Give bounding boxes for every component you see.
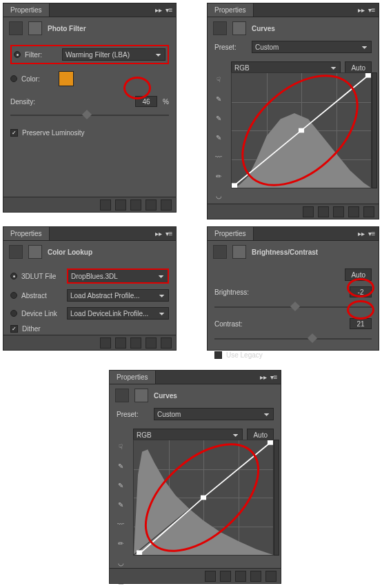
adjustment-icon [213, 21, 227, 35]
collapse-icon[interactable]: ▸▸ [357, 230, 365, 238]
devicelink-dropdown[interactable]: Load DeviceLink Profile...⏷ [67, 307, 169, 320]
preset-label: Preset: [117, 411, 150, 418]
curve-scrollbar[interactable] [372, 72, 377, 188]
curves-panel-1: Properties ▸▸▾≡ Curves Preset: Custom⏷ R… [207, 3, 379, 219]
clip-icon[interactable] [100, 337, 111, 349]
gray-point-icon[interactable]: ✎ [114, 478, 128, 492]
smooth-icon[interactable]: ◡ [212, 188, 225, 202]
density-slider[interactable] [10, 111, 169, 119]
panel-footer [3, 335, 176, 350]
dither-checkbox[interactable]: ✓ [10, 325, 18, 333]
filter-dropdown[interactable]: Warming Filter (LBA)⏷ [62, 48, 165, 61]
reset-icon[interactable] [235, 571, 246, 582]
panel-footer [208, 204, 379, 219]
auto-button[interactable]: Auto [345, 268, 372, 281]
curve-tool-icon[interactable]: 〰 [212, 150, 225, 164]
visibility-icon[interactable] [250, 571, 261, 582]
view-previous-icon[interactable] [220, 571, 231, 582]
collapse-icon[interactable]: ▸▸ [154, 230, 163, 238]
clip-icon[interactable] [100, 199, 111, 210]
mask-icon[interactable] [232, 21, 246, 35]
percent-label: % [163, 98, 169, 106]
curve-scrollbar[interactable] [274, 440, 279, 556]
black-point-icon[interactable]: ✎ [114, 498, 128, 511]
3dlut-dropdown[interactable]: DropBlues.3DL⏷ [67, 268, 169, 284]
view-previous-icon[interactable] [318, 206, 329, 217]
svg-rect-3 [365, 73, 371, 78]
use-legacy-checkbox[interactable] [214, 351, 222, 359]
trash-icon[interactable] [265, 571, 277, 582]
black-point-icon[interactable]: ✎ [212, 130, 225, 144]
panel-title: Brightness/Contrast [252, 248, 318, 256]
abstract-dropdown[interactable]: Load Abstract Profile...⏷ [67, 289, 169, 302]
flyout-menu-icon[interactable]: ▾≡ [270, 373, 278, 382]
collapse-icon[interactable]: ▸▸ [357, 6, 365, 14]
abstract-radio[interactable] [10, 292, 17, 299]
tab-bar: Properties ▸▸ ▾≡ [3, 3, 176, 17]
visibility-icon[interactable] [348, 206, 359, 217]
contrast-input[interactable]: 21 [350, 318, 372, 329]
curve-graph[interactable] [231, 72, 372, 188]
collapse-icon[interactable]: ▸▸ [259, 373, 268, 382]
reset-icon[interactable] [333, 206, 344, 217]
trash-icon[interactable] [363, 206, 374, 217]
flyout-menu-icon[interactable]: ▾≡ [165, 6, 173, 14]
svg-marker-6 [134, 449, 273, 555]
properties-tab[interactable]: Properties [3, 3, 50, 17]
properties-tab[interactable]: Properties [3, 227, 50, 240]
properties-tab[interactable]: Properties [208, 3, 254, 17]
view-previous-icon[interactable] [115, 337, 126, 349]
curve-tool-icon[interactable]: 〰 [114, 517, 128, 531]
color-swatch[interactable] [59, 71, 74, 86]
view-previous-icon[interactable] [115, 199, 126, 210]
trash-icon[interactable] [161, 337, 172, 349]
flyout-menu-icon[interactable]: ▾≡ [368, 6, 376, 14]
white-point-icon[interactable]: ✎ [114, 459, 128, 473]
preset-dropdown[interactable]: Custom⏷ [252, 41, 372, 53]
density-input[interactable]: 46 [135, 96, 157, 107]
gray-point-icon[interactable]: ✎ [212, 111, 225, 125]
flyout-menu-icon[interactable]: ▾≡ [368, 230, 376, 238]
pencil-tool-icon[interactable]: ✏ [114, 536, 128, 550]
flyout-menu-icon[interactable]: ▾≡ [165, 230, 173, 238]
panel-title: Curves [252, 25, 275, 32]
brightness-input[interactable]: -2 [350, 286, 372, 297]
abstract-label: Abstract [21, 292, 63, 300]
properties-tab[interactable]: Properties [110, 371, 156, 384]
trash-icon[interactable] [161, 199, 172, 210]
contrast-slider[interactable] [214, 335, 372, 343]
preset-dropdown[interactable]: Custom⏷ [154, 408, 274, 420]
mask-icon[interactable] [232, 245, 246, 259]
channel-value: RGB [137, 431, 152, 439]
targeted-adjustment-icon[interactable]: ☟ [114, 440, 128, 453]
filter-value: Warming Filter (LBA) [66, 51, 130, 59]
curve-graph[interactable] [133, 440, 274, 556]
mask-icon[interactable] [134, 389, 148, 402]
adjustment-icon [213, 245, 227, 259]
color-radio[interactable] [10, 75, 17, 82]
pencil-tool-icon[interactable]: ✏ [212, 169, 225, 183]
clip-icon[interactable] [205, 571, 216, 582]
smooth-icon[interactable]: ◡ [114, 556, 128, 569]
visibility-icon[interactable] [145, 199, 157, 210]
clip-icon[interactable] [303, 206, 314, 217]
mask-icon[interactable] [28, 245, 42, 259]
reset-icon[interactable] [130, 199, 141, 210]
adjustment-icon [115, 389, 129, 402]
svg-rect-10 [137, 550, 142, 555]
reset-icon[interactable] [130, 337, 141, 349]
filter-radio[interactable] [14, 51, 21, 58]
mask-icon[interactable] [28, 21, 42, 35]
brightness-slider[interactable] [214, 303, 372, 311]
preserve-luminosity-checkbox[interactable]: ✓ [10, 129, 18, 137]
3dlut-radio[interactable] [10, 273, 17, 280]
properties-tab[interactable]: Properties [208, 227, 254, 240]
devicelink-radio[interactable] [10, 310, 17, 317]
density-label: Density: [10, 98, 35, 106]
devicelink-label: Device Link [21, 310, 63, 317]
visibility-icon[interactable] [145, 337, 157, 349]
collapse-icon[interactable]: ▸▸ [154, 6, 163, 14]
targeted-adjustment-icon[interactable]: ☟ [212, 72, 225, 86]
white-point-icon[interactable]: ✎ [212, 92, 225, 106]
tab-bar: Properties ▸▸▾≡ [110, 371, 281, 384]
